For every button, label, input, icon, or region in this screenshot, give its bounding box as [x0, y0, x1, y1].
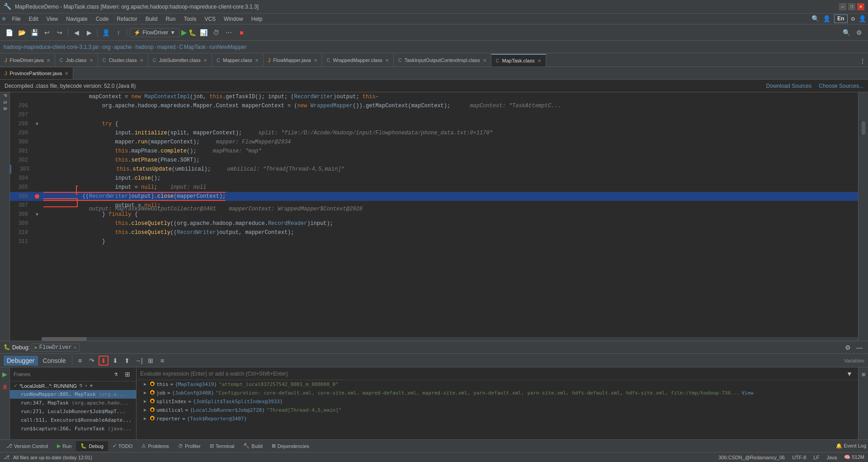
menu-tools[interactable]: Tools — [180, 15, 200, 23]
step-into-button[interactable]: ⬇ — [99, 356, 108, 366]
subtab-terminal[interactable]: ⊟ Terminal — [205, 441, 239, 451]
menu-run[interactable]: Run — [162, 15, 179, 23]
console-tab-button[interactable]: Console — [40, 356, 69, 366]
back-button[interactable]: ◀ — [71, 27, 82, 38]
scrollbar-track[interactable] — [862, 94, 865, 339]
breadcrumb-maptask[interactable]: MapTask — [184, 44, 206, 50]
menu-view[interactable]: View — [42, 15, 61, 23]
menu-window[interactable]: Window — [220, 15, 247, 23]
settings-icon[interactable]: ⚙ — [851, 15, 855, 23]
frame-item-0[interactable]: runNewMapper:805, MapTask (org.a... — [10, 390, 136, 399]
var-job[interactable]: ▶ ● job = {JobConf@3408} "Configuration:… — [137, 389, 858, 397]
debug-close-panel-button[interactable]: — — [854, 343, 864, 352]
tab-close-cluster[interactable]: ✕ — [140, 58, 143, 63]
debugger-tab-button[interactable]: Debugger — [4, 356, 38, 366]
frame-item-3[interactable]: call:511, Executors$RunnableAdapte... — [10, 416, 136, 424]
copy-stack-button[interactable]: ⊞ — [123, 369, 132, 379]
breadcrumb-runnewmapper[interactable]: runNewMapper — [209, 44, 246, 50]
subtab-run[interactable]: ▶ Run — [52, 441, 76, 451]
tab-close-provincepartitioner[interactable]: ✕ — [65, 71, 68, 76]
vcs-button[interactable]: ↑ — [113, 27, 124, 38]
debug-tab-close[interactable]: ✕ — [74, 345, 76, 350]
subtab-problems[interactable]: ⚠ Problems — [137, 441, 173, 451]
breadcrumb-mapred[interactable]: mapred — [157, 44, 176, 50]
subtab-dependencies[interactable]: ⊞ Dependencies — [267, 441, 314, 451]
subtab-todo[interactable]: ✓ TODO — [108, 441, 137, 451]
redo-button[interactable]: ↪ — [54, 27, 65, 38]
tab-close-mapper[interactable]: ✕ — [255, 58, 259, 63]
maximize-button[interactable]: ❐ — [848, 3, 855, 10]
run-to-cursor-button[interactable]: →| — [134, 356, 144, 366]
menu-edit[interactable]: Edit — [25, 15, 42, 23]
code-scroll[interactable]: mapContext = new MapContextImpl(job, thi… — [10, 92, 858, 341]
undo-button[interactable]: ↩ — [42, 27, 52, 38]
tab-flowmapper[interactable]: J FlowMapper.java ✕ — [264, 54, 322, 67]
horizontal-scrollbar[interactable] — [42, 337, 858, 341]
subtab-build[interactable]: 🔨 Build — [239, 441, 267, 451]
tab-taskinputoutput[interactable]: C TaskInputOutputContextImpl.class ✕ — [394, 54, 491, 67]
fold-icon-308[interactable]: ▼ — [36, 212, 38, 217]
force-step-into-button[interactable]: ⬇ — [110, 356, 120, 366]
tab-close-taskinputoutput[interactable]: ✕ — [483, 58, 486, 63]
run-config-button[interactable]: ⚡ FlowDriver ▼ — [130, 28, 179, 37]
toolbar-gear[interactable]: ⚙ — [854, 27, 864, 38]
more-tabs-button[interactable]: ⋮ — [857, 56, 868, 67]
show-execution-point-button[interactable]: ≡ — [75, 356, 85, 366]
save-button[interactable]: 💾 — [29, 27, 40, 38]
more-button[interactable]: ⋯ — [223, 27, 234, 38]
breakpoint-306[interactable] — [35, 194, 39, 199]
tab-close-wrappedmapper[interactable]: ✕ — [385, 58, 389, 63]
step-out-button[interactable]: ⬆ — [122, 356, 132, 366]
frame-item-2[interactable]: run:271, LocalJobRunner$Job$MapT... — [10, 407, 136, 416]
frame-item-1[interactable]: run:347, MapTask (org.apache.hado... — [10, 399, 136, 407]
choose-sources-button[interactable]: Choose Sources... — [819, 83, 863, 89]
tab-wrappedmapper[interactable]: C WrappedMapper.class ✕ — [322, 54, 394, 67]
var-reporter[interactable]: ▶ ● reporter = {Task$Reporter@3407} — [137, 414, 858, 423]
tab-close-job[interactable]: ✕ — [90, 58, 93, 63]
user-icon[interactable]: 👤 — [823, 15, 830, 23]
pause-button[interactable]: ⏸ — [0, 382, 10, 392]
tab-cluster[interactable]: C Cluster.class ✕ — [98, 54, 148, 67]
eval-input[interactable] — [140, 371, 844, 377]
breadcrumb-hadoop[interactable]: hadoop — [136, 44, 154, 50]
expand-eval-button[interactable]: ▼ — [844, 369, 854, 379]
menu-code[interactable]: Code — [92, 15, 113, 23]
tab-close-flowmapper[interactable]: ✕ — [314, 58, 317, 63]
filter-button[interactable]: ⚗ — [111, 369, 121, 379]
filter-icon[interactable]: ⚗ — [79, 383, 83, 388]
frames-list-button[interactable]: ≡ — [157, 356, 167, 366]
breadcrumb-jar[interactable]: hadoop-mapreduce-client-core-3.1.3.jar — [4, 44, 99, 50]
tab-maptask[interactable]: C MapTask.class ✕ — [491, 54, 546, 67]
layout-restore-button[interactable]: ⊞ — [859, 369, 868, 379]
breadcrumb-apache[interactable]: apache — [114, 44, 132, 50]
subtab-version-control[interactable]: ⎇ Version Control — [2, 441, 52, 451]
menu-build[interactable]: Build — [142, 15, 161, 23]
bookmarks-icon[interactable]: B — [2, 107, 8, 110]
menu-file[interactable]: File — [8, 15, 24, 23]
tab-jobsubmitter[interactable]: C JobSubmitter.class ✕ — [148, 54, 212, 67]
tab-flowdriver[interactable]: J FlowDriver.java ✕ — [0, 54, 55, 67]
debug-flow-driver-tab[interactable]: ▶ FlowDriver ✕ — [32, 343, 80, 352]
dropdown-icon[interactable]: ▼ — [89, 383, 94, 388]
subtab-debug[interactable]: 🐛 Debug — [76, 441, 108, 451]
user-avatar[interactable]: 👤 — [859, 15, 866, 23]
tab-close-maptask[interactable]: ✕ — [538, 58, 541, 63]
tab-close-flowdriver[interactable]: ✕ — [47, 58, 50, 63]
debug-button[interactable]: 🐛 — [189, 29, 196, 36]
profile-button[interactable]: ⏱ — [211, 27, 222, 38]
frame-item-4[interactable]: run$$capture:266, FutureTask (java... — [10, 424, 136, 433]
var-splitindex[interactable]: ▶ ● splitIndex = {JobSplit$TaskSplitInde… — [137, 397, 858, 406]
coverage-button[interactable]: 📊 — [198, 27, 209, 38]
open-button[interactable]: 📂 — [16, 27, 27, 38]
run-button[interactable]: ▶ — [181, 28, 187, 37]
nav-button[interactable]: 👤 — [100, 27, 111, 38]
close-button[interactable]: ✕ — [857, 3, 864, 10]
menu-vcs[interactable]: VCS — [201, 15, 219, 23]
forward-button[interactable]: ▶ — [84, 27, 94, 38]
tab-close-jobsubmitter[interactable]: ✕ — [203, 58, 207, 63]
view-link-job[interactable]: View — [741, 390, 754, 396]
tab-job[interactable]: C Job.class ✕ — [55, 54, 98, 67]
project-icon[interactable]: P — [2, 94, 8, 97]
evaluate-button[interactable]: ⊞ — [146, 356, 156, 366]
menu-help[interactable]: Help — [248, 15, 266, 23]
